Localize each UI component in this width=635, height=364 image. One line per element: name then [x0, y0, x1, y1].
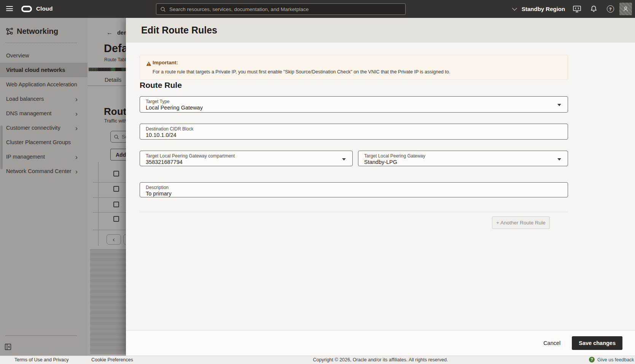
global-search-input[interactable]: Search resources, services, documentatio… — [156, 3, 406, 15]
feedback-label: Give us feedback — [597, 357, 634, 362]
field-value: 10.10.1.0/24 — [146, 132, 177, 138]
target-type-select[interactable]: Target Type Local Peering Gateway — [140, 96, 568, 113]
caret-down-icon — [557, 158, 561, 161]
field-label: Target Local Peering Gateway compartment — [146, 153, 235, 159]
screen: Cloud Search resources, services, docume… — [0, 0, 635, 364]
modal-body: Important: For a route rule that targets… — [126, 43, 635, 330]
modal-title: Edit Route Rules — [141, 25, 217, 36]
cookie-preferences-link[interactable]: Cookie Preferences — [91, 357, 133, 362]
warning-title: Important: — [153, 60, 178, 65]
field-label: Destination CIDR Block — [146, 126, 193, 132]
feedback-help-icon: ? — [589, 357, 595, 362]
region-label: Standby Region — [522, 6, 565, 12]
save-changes-button[interactable]: Save changes — [572, 336, 622, 350]
modal-header: Edit Route Rules — [126, 18, 635, 43]
field-value: Local Peering Gateway — [146, 105, 203, 111]
help-icon[interactable]: ? — [605, 0, 616, 18]
search-placeholder: Search resources, services, documentatio… — [169, 6, 309, 12]
route-rule-section-title: Route Rule — [140, 81, 182, 90]
form-divider — [140, 212, 568, 212]
user-avatar[interactable] — [619, 3, 632, 15]
caret-down-icon — [342, 158, 346, 161]
search-icon — [160, 6, 166, 12]
give-feedback-link[interactable]: ? Give us feedback — [589, 357, 634, 362]
person-icon — [622, 6, 629, 12]
field-value: Standby-LPG — [364, 159, 397, 165]
field-value: 358321687794 — [146, 159, 183, 165]
field-value: To primary — [146, 191, 172, 197]
modal-dim-overlay — [0, 18, 126, 356]
terms-link[interactable]: Terms of Use and Privacy — [14, 357, 68, 362]
cancel-button[interactable]: Cancel — [543, 340, 560, 346]
destination-cidr-input[interactable]: Destination CIDR Block 10.10.1.0/24 — [140, 124, 568, 140]
copyright-text: Copyright © 2026, Oracle and/or its affi… — [313, 357, 448, 362]
another-route-rule-button[interactable]: + Another Route Rule — [492, 216, 550, 229]
oracle-logo-icon[interactable] — [21, 6, 32, 12]
field-label: Target Local Peering Gateway — [364, 153, 425, 159]
warning-banner: Important: For a route rule that targets… — [140, 55, 568, 80]
brand-label: Cloud — [36, 5, 53, 12]
description-input[interactable]: Description To primary — [140, 182, 568, 197]
field-label: Description — [146, 185, 169, 190]
page-footer: Terms of Use and Privacy Cookie Preferen… — [0, 356, 635, 364]
notifications-bell-icon[interactable] — [588, 0, 599, 18]
lpg-compartment-select[interactable]: Target Local Peering Gateway compartment… — [140, 151, 353, 166]
caret-down-icon — [557, 104, 561, 106]
chevron-down-icon — [512, 6, 517, 11]
field-label: Target Type — [146, 99, 169, 104]
region-selector[interactable]: Standby Region — [513, 0, 565, 18]
modal-footer: Cancel Save changes — [126, 330, 635, 356]
cloud-shell-icon[interactable] — [571, 0, 582, 18]
edit-route-rules-modal: Edit Route Rules Important: For a route … — [126, 18, 635, 356]
target-lpg-select[interactable]: Target Local Peering Gateway Standby-LPG — [358, 151, 568, 166]
warning-triangle-icon — [146, 61, 151, 68]
warning-body: For a route rule that targets a Private … — [153, 69, 450, 75]
hamburger-menu-icon[interactable] — [6, 6, 13, 11]
top-nav: Cloud Search resources, services, docume… — [0, 0, 635, 18]
